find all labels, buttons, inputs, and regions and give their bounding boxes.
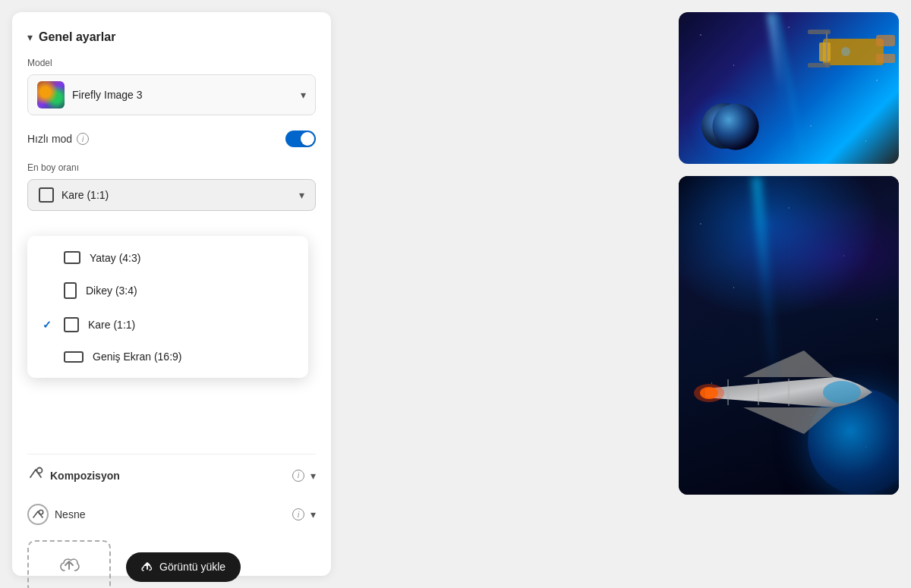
svg-point-9 (841, 47, 850, 56)
svg-point-10 (712, 103, 758, 149)
check-3-4 (43, 285, 55, 297)
left-settings-panel: ▾ Genel ayarlar Model Firefly Image 3 ▾ … (12, 12, 331, 576)
svg-point-11 (823, 381, 861, 404)
upload-area[interactable] (27, 540, 111, 588)
aspect-icon-3-4-item (64, 282, 77, 299)
upload-button[interactable]: Görüntü yükle (126, 552, 241, 582)
aspect-ratio-selector[interactable]: Kare (1:1) ▾ (27, 179, 316, 211)
hizli-mod-toggle[interactable] (285, 130, 316, 147)
hizli-mod-info-icon[interactable]: i (77, 133, 89, 145)
kompozisyon-label: Kompozisyon (50, 470, 286, 482)
space-image-1 (679, 12, 899, 164)
nesne-info-icon[interactable]: i (292, 508, 304, 520)
nesne-icon (27, 504, 49, 525)
check-1-1: ✓ (43, 319, 55, 331)
nesne-row: Nesne i ▾ (27, 496, 316, 533)
aspect-icon-1-1-item (64, 317, 79, 332)
hizli-mod-row: Hızlı mod i (27, 130, 316, 147)
model-name: Firefly Image 3 (72, 89, 293, 101)
upload-area-icon (58, 554, 80, 580)
bottom-row: Görüntü yükle (27, 533, 316, 588)
label-3-4: Dikey (3:4) (86, 285, 137, 297)
svg-point-0 (37, 468, 43, 473)
section-header: ▾ Genel ayarlar (27, 30, 316, 44)
check-16-9 (43, 351, 55, 363)
section-title: Genel ayarlar (39, 30, 115, 44)
svg-rect-7 (808, 30, 831, 34)
label-1-1: Kare (1:1) (88, 319, 135, 331)
kompozisyon-header: Kompozisyon i ▾ (27, 454, 316, 496)
image-card-top[interactable] (679, 12, 899, 164)
kompozisyon-section: Kompozisyon i ▾ Nesne i ▾ (27, 454, 316, 588)
hizli-mod-label: Hızlı mod (27, 133, 72, 145)
image-card-bottom[interactable] (679, 176, 899, 495)
right-image-panel (343, 0, 911, 588)
model-thumbnail (37, 81, 65, 108)
svg-rect-2 (823, 39, 884, 65)
kompozisyon-info-icon[interactable]: i (292, 470, 304, 482)
svg-point-1 (39, 510, 43, 514)
upload-button-label: Görüntü yükle (159, 561, 225, 573)
aspect-icon-4-3-item (64, 251, 80, 264)
aspect-icon-16-9-item (64, 351, 84, 363)
chevron-icon: ▾ (27, 31, 33, 43)
model-label: Model (27, 58, 316, 68)
nesne-label: Nesne (55, 508, 286, 520)
check-4-3 (43, 252, 55, 264)
svg-rect-8 (808, 63, 831, 68)
label-4-3: Yatay (4:3) (90, 252, 140, 264)
aspect-icon-1-1 (39, 187, 54, 203)
kompozisyon-icon (27, 465, 44, 486)
upload-button-icon (141, 560, 153, 574)
svg-rect-3 (819, 42, 831, 61)
label-16-9: Geniş Ekran (16:9) (93, 351, 182, 363)
aspect-dropdown-arrow-icon: ▾ (299, 189, 304, 201)
svg-rect-4 (876, 35, 895, 46)
aspect-selected-value: Kare (1:1) (61, 189, 292, 201)
hizli-mod-label-group: Hızlı mod i (27, 133, 89, 145)
svg-rect-5 (876, 54, 895, 63)
kompozisyon-dropdown-icon: ▾ (310, 470, 316, 482)
nesne-dropdown-icon: ▾ (310, 508, 316, 520)
dropdown-item-1-1[interactable]: ✓ Kare (1:1) (27, 308, 308, 341)
dropdown-item-3-4[interactable]: Dikey (3:4) (27, 273, 308, 308)
aspect-dropdown-menu: Yatay (4:3) Dikey (3:4) ✓ Kare (1:1) Gen… (27, 236, 308, 378)
model-selector[interactable]: Firefly Image 3 ▾ (27, 74, 316, 115)
aspect-ratio-label: En boy oranı (27, 162, 316, 173)
model-dropdown-arrow-icon: ▾ (301, 89, 306, 101)
dropdown-item-16-9[interactable]: Geniş Ekran (16:9) (27, 341, 308, 372)
svg-point-13 (694, 384, 724, 402)
dropdown-item-4-3[interactable]: Yatay (4:3) (27, 242, 308, 273)
